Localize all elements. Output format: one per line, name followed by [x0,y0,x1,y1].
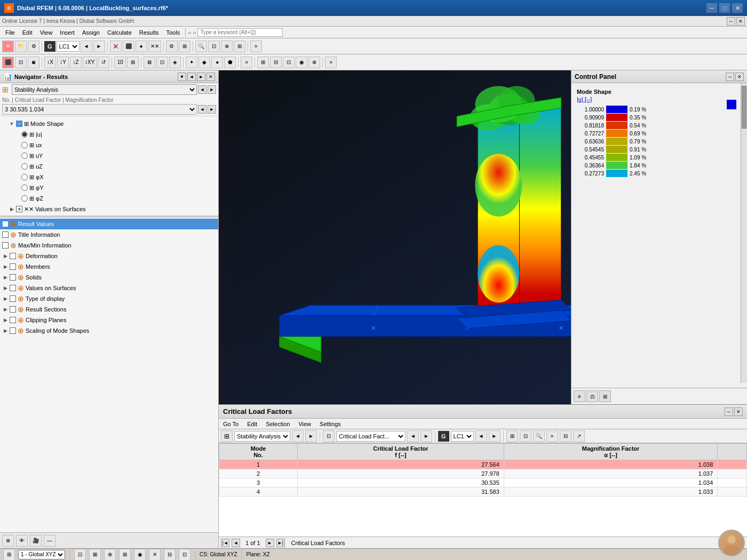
nav-close-btn[interactable]: ✕ [206,73,215,81]
tb-btn10[interactable]: ⊡ [208,41,220,52]
tree-phiy[interactable]: ⊞ φY [0,182,218,193]
tb2-select[interactable]: ⬛ [2,57,14,68]
cp-icon3[interactable]: ⊞ [599,390,611,402]
result-item-values-surfaces2[interactable]: ▶ ⊕ Values on Surfaces [0,283,218,293]
status-icon9[interactable]: ⊡ [179,549,190,561]
tt-icon[interactable]: ⊞ [221,430,233,442]
tb-btn6[interactable]: ✕✕ [148,41,161,52]
table-menu-edit[interactable]: Edit [245,420,259,428]
status-icon6[interactable]: ◉ [134,549,146,561]
tt-lc-select[interactable]: LC1 [451,431,474,442]
cp-scrollbar-thumb[interactable] [742,86,746,129]
tb-btn9[interactable]: 🔍 [195,41,207,52]
tb2-btn14[interactable]: ⬟ [224,57,236,68]
tt-result-icon[interactable]: ⊡ [323,430,335,442]
cb-members[interactable] [10,263,16,270]
analysis-next[interactable]: ► [208,85,216,94]
cs-selector[interactable]: 1 - Global XYZ [18,550,65,559]
result-item-deformation[interactable]: ▶ ⊕ Deformation [0,251,218,261]
radio-uz[interactable] [21,163,28,170]
tt-lc-prev[interactable]: ◄ [475,430,487,442]
page-next[interactable]: ► [266,539,274,547]
status-icon5[interactable]: ⊞ [119,549,131,561]
tt-analysis-prev[interactable]: ◄ [292,430,304,442]
menu-results[interactable]: Results [136,28,162,37]
tb2-btn13[interactable]: ● [211,57,223,68]
tb2-num[interactable]: 10 [114,57,126,68]
tb-open[interactable]: 📁 [15,41,27,52]
tt-result-prev[interactable]: ◄ [407,430,419,442]
cb-maxmin[interactable] [2,242,9,249]
tt-result-select[interactable]: Critical Load Fact... [336,431,406,442]
cb-values-surfaces[interactable]: ✕ [16,206,22,212]
cb-values-surfaces2[interactable] [10,285,16,291]
cb-clipping[interactable] [10,317,16,323]
tt-btn1[interactable]: ⊞ [506,430,518,442]
table-row[interactable]: 3 30.535 1.034 [219,478,747,487]
tb2-btn11[interactable]: ✦ [186,57,197,68]
tt-lc-next[interactable]: ► [489,430,500,442]
status-icon8[interactable]: ⊟ [164,549,176,561]
tb2-btn12[interactable]: ◆ [198,57,210,68]
table-menu-selection[interactable]: Selection [264,420,292,428]
tb2-btn10[interactable]: ◈ [169,57,181,68]
menu-insert[interactable]: Insert [57,28,78,37]
tb2-btn18[interactable]: ◉ [296,57,307,68]
page-prev[interactable]: ◄ [232,539,240,547]
tb-new[interactable]: ✕ [2,41,14,52]
tt-analysis-select[interactable]: Stability Analysis [234,431,290,442]
tb2-btn8[interactable]: ⊠ [144,57,155,68]
nav-icon2[interactable]: 👁 [16,535,28,547]
tb-btn3[interactable]: ⚙ [28,41,39,52]
tb2-btn7[interactable]: ⊞ [127,57,139,68]
tt-analysis-next[interactable]: ► [305,430,317,442]
tb2-btn5[interactable]: ↕Z [70,57,82,68]
page-first[interactable]: |◄ [221,539,229,547]
tree-phix[interactable]: ⊞ φX [0,172,218,182]
table-row[interactable]: 2 27.978 1.037 [219,469,747,478]
tb2-btn2[interactable]: ◙ [28,57,39,68]
tb2-more2[interactable]: » [325,57,337,68]
tb-btn5[interactable]: ● [136,41,147,52]
cp-icon1[interactable]: ≡ [574,390,585,402]
tb-btn8[interactable]: ⊞ [179,41,190,52]
cp-scrollbar[interactable] [741,83,747,383]
result-item-result-values[interactable]: ⊕ Result Values [0,219,218,229]
tb2-more[interactable]: » [241,57,252,68]
analysis-type-selector[interactable]: Stability Analysis [12,84,197,95]
result-item-title-info[interactable]: ⊕ Title Information [0,229,218,240]
tb-more1[interactable]: » [250,41,262,52]
table-menu-view[interactable]: View [296,420,313,428]
mode-dropdown-select[interactable]: 3 30.535 1.034 [2,104,197,115]
tb-nav-prev[interactable]: ◄ [81,41,92,52]
tb-btn-x[interactable]: ✕ [110,41,122,52]
license-minimize[interactable]: ─ [727,17,735,26]
table-minimize[interactable]: ─ [725,407,733,416]
radio-uy[interactable] [21,153,28,159]
tree-uz[interactable]: ⊞ uZ [0,161,218,172]
tb2-btn4[interactable]: ↕Y [57,57,69,68]
table-menu-goto[interactable]: Go To [221,420,241,428]
menu-calculate[interactable]: Calculate [104,28,135,37]
status-icon4[interactable]: ⊕ [104,549,116,561]
3d-view[interactable]: ✕ ✕ ✕ [219,70,747,404]
minimize-button[interactable]: ─ [706,3,717,13]
tb-btn12[interactable]: ⊞ [234,41,245,52]
tree-abs-u[interactable]: ⊞ |u| [0,129,218,140]
lc-selector[interactable]: LC1 [57,41,80,52]
radio-phix[interactable] [21,174,28,180]
tt-result-next[interactable]: ► [420,430,432,442]
tb-btn4[interactable]: ⬛ [123,41,134,52]
cb-result-values[interactable] [2,221,9,227]
radio-phiy[interactable] [21,185,28,191]
tree-values-surfaces[interactable]: ▶ ✕ ✕✕ Values on Surfaces [0,204,218,214]
menu-assign[interactable]: Assign [79,28,103,37]
cb-scaling[interactable] [10,327,16,334]
nav-icon1[interactable]: ⊕ [2,535,14,547]
status-icon2[interactable]: ⊡ [74,549,86,561]
page-last[interactable]: ►| [276,539,285,547]
cp-close[interactable]: ✕ [735,73,744,81]
cp-minimize[interactable]: ─ [726,73,734,81]
nav-icon4[interactable]: — [44,535,55,547]
tt-btn4[interactable]: ⊟ [560,430,571,442]
